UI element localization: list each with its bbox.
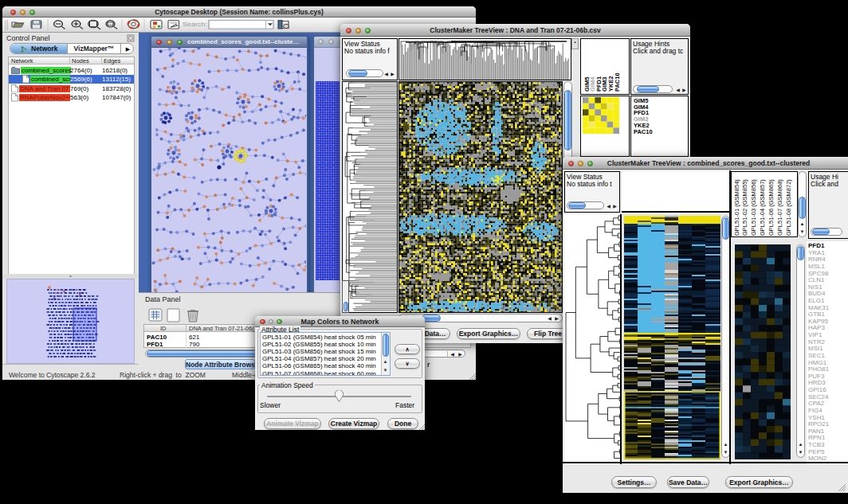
- svg-text:Search:: Search:: [183, 21, 207, 28]
